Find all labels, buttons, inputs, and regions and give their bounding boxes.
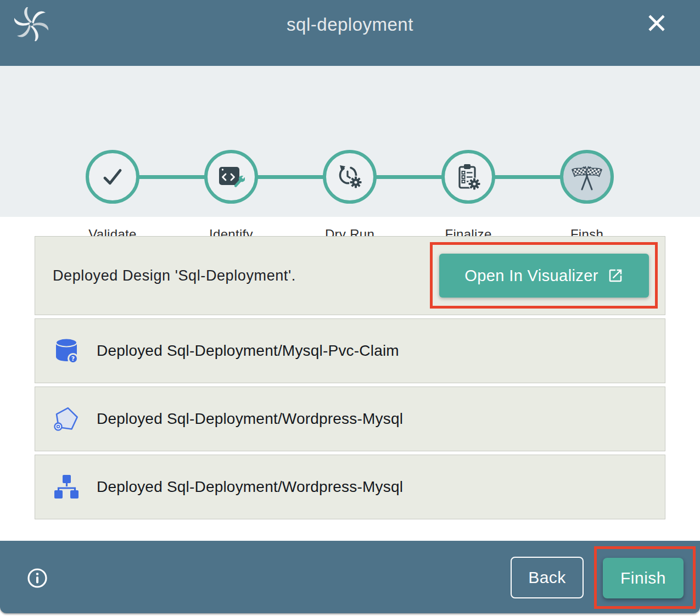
close-button[interactable] <box>643 10 670 36</box>
info-button[interactable] <box>26 567 48 589</box>
open-in-new-icon <box>607 267 624 284</box>
step-circle-identify-environments <box>204 150 258 204</box>
info-icon <box>26 567 48 589</box>
step-circle-finalize-deployment <box>441 150 495 204</box>
check-icon <box>97 161 128 192</box>
clipboard-gear-icon <box>455 163 481 191</box>
deployed-item-row: Deployed Sql-Deployment/Wordpress-Mysql <box>35 387 665 451</box>
hierarchy-icon <box>53 474 80 500</box>
finish-flags-icon <box>571 162 603 192</box>
open-in-visualizer-label: Open In Visualizer <box>464 267 598 285</box>
deployment-stepper: Validate Design Identify Environments Dr… <box>0 66 700 217</box>
dialog-title: sql-deployment <box>0 14 700 35</box>
deployed-item-row: ? Deployed Sql-Deployment/Mysql-Pvc-Clai… <box>35 318 665 383</box>
finish-button[interactable]: Finish <box>603 558 684 598</box>
finish-button-label: Finish <box>620 569 666 587</box>
deployment-dialog: sql-deployment <box>0 0 700 616</box>
close-icon <box>646 12 668 34</box>
step-circle-finish <box>560 150 614 204</box>
code-window-wrench-icon <box>217 164 245 189</box>
history-gear-icon <box>336 164 363 189</box>
pentagon-component-icon <box>53 406 80 432</box>
step-circle-validate-design <box>86 150 139 204</box>
deployed-design-text: Deployed Design 'Sql-Deployment'. <box>35 267 296 284</box>
step-circle-dry-run <box>323 150 377 204</box>
dialog-footer <box>0 541 700 613</box>
svg-text:?: ? <box>71 355 75 362</box>
deployed-item-text: Deployed Sql-Deployment/Mysql-Pvc-Claim <box>97 342 399 360</box>
deployed-item-row: Deployed Sql-Deployment/Wordpress-Mysql <box>35 455 665 519</box>
database-icon: ? <box>53 338 80 364</box>
back-button-label: Back <box>528 568 566 587</box>
open-in-visualizer-button[interactable]: Open In Visualizer <box>439 254 649 298</box>
deployed-item-text: Deployed Sql-Deployment/Wordpress-Mysql <box>97 478 403 496</box>
deployed-item-text: Deployed Sql-Deployment/Wordpress-Mysql <box>97 410 403 428</box>
back-button[interactable]: Back <box>511 557 584 598</box>
dialog-header: sql-deployment <box>0 0 700 66</box>
